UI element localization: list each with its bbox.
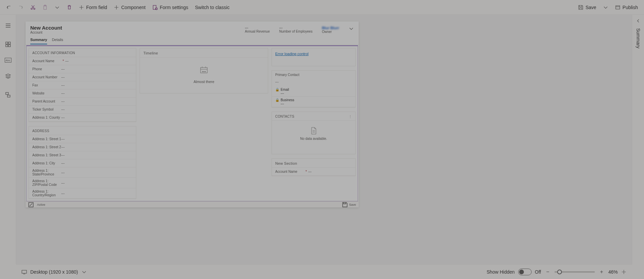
business-label: Business (281, 98, 294, 102)
field-value[interactable]: --- (61, 171, 65, 174)
address-field[interactable]: Address 1: City--- (29, 159, 136, 167)
primary-contact-value[interactable]: --- (272, 79, 355, 86)
form-preview[interactable]: New Account Account --- Annual Revenue -… (26, 22, 359, 207)
contacts-menu-icon[interactable]: ⋮ (349, 115, 352, 118)
chevron-down-icon (55, 5, 60, 10)
paste-button[interactable] (39, 1, 51, 13)
field-value[interactable]: --- (61, 99, 65, 103)
address-field[interactable]: Address 1: State/Province--- (29, 167, 136, 178)
form-settings-button[interactable]: Form settings (149, 1, 192, 13)
section-primary-contact[interactable]: Primary Contact --- 🔒Email --- 🔒Business… (272, 70, 356, 108)
design-canvas[interactable]: New Account Account --- Annual Revenue -… (16, 15, 632, 264)
right-panel-collapsed: Summary (632, 15, 644, 264)
command-bar-left: Form field Component Form settings Switc… (3, 1, 233, 13)
account-info-field[interactable]: Parent Account--- (29, 97, 136, 106)
error-loading-link[interactable]: Error loading control (272, 48, 355, 59)
add-form-field-button[interactable]: Form field (75, 1, 110, 13)
form-field-label: Form field (86, 5, 107, 10)
svg-rect-18 (22, 270, 27, 273)
device-label[interactable]: Desktop (1920 x 1080) (30, 269, 78, 275)
form-settings-label: Form settings (160, 5, 188, 10)
field-value[interactable]: --- (61, 137, 65, 141)
field-value[interactable]: --- (61, 153, 65, 157)
cut-button[interactable] (27, 1, 39, 13)
section-contacts[interactable]: CONTACTS ⋮ No data available. (272, 112, 356, 154)
lock-icon: 🔒 (275, 88, 279, 91)
save-button[interactable]: Save (575, 1, 600, 13)
zoom-out-button[interactable]: − (544, 269, 551, 275)
account-info-field[interactable]: Address 1: County--- (29, 114, 136, 122)
form-header: New Account Account --- Annual Revenue -… (26, 22, 359, 36)
field-value[interactable]: --- (61, 116, 65, 119)
error-panel[interactable]: Error loading control (272, 48, 356, 66)
field-label: Website (32, 91, 61, 95)
field-value[interactable]: --- (65, 59, 69, 63)
field-value[interactable]: --- (61, 83, 65, 87)
chevron-down-icon[interactable] (81, 269, 87, 275)
publish-label: Publish (622, 5, 638, 10)
publish-button[interactable]: Publish (612, 1, 641, 13)
fit-to-screen-button[interactable] (621, 269, 627, 275)
address-field[interactable]: Address 1: Street 2--- (29, 143, 136, 151)
tree-view-button[interactable] (3, 89, 13, 100)
tab-summary[interactable]: Summary (30, 36, 47, 44)
redo-icon (18, 5, 24, 10)
field-value[interactable]: --- (61, 108, 65, 111)
svg-rect-11 (6, 92, 8, 94)
field-value[interactable]: --- (61, 75, 65, 79)
expand-panel-button[interactable] (632, 15, 644, 27)
delete-button[interactable] (63, 1, 75, 13)
account-info-field[interactable]: Website--- (29, 89, 136, 97)
address-field[interactable]: Address 1: Country/Region--- (29, 188, 136, 199)
form-settings-icon (152, 5, 158, 10)
field-value[interactable]: --- (308, 170, 312, 173)
paste-dropdown[interactable] (51, 1, 63, 13)
header-stat-owner[interactable]: Blur Blurr Owner (322, 26, 339, 34)
account-info-field[interactable]: Ticker Symbol--- (29, 106, 136, 114)
layers-button[interactable] (3, 71, 13, 81)
account-info-field[interactable]: Account Number--- (29, 73, 136, 81)
account-info-field[interactable]: Fax--- (29, 81, 136, 89)
add-component-button[interactable]: Component (110, 1, 149, 13)
field-value[interactable]: --- (61, 91, 65, 95)
field-value[interactable]: --- (61, 181, 65, 185)
components-button[interactable] (3, 39, 13, 50)
header-stat-annual-revenue[interactable]: --- Annual Revenue (245, 26, 270, 33)
form-footer-save[interactable]: Save (349, 203, 356, 206)
business-value: --- (275, 102, 284, 106)
account-info-field[interactable]: Phone--- (29, 65, 136, 73)
address-field[interactable]: Address 1: Street 3--- (29, 151, 136, 159)
svg-rect-2 (44, 6, 46, 9)
address-field[interactable]: Address 1: ZIP/Postal Code--- (29, 178, 136, 188)
switch-classic-button[interactable]: Switch to classic (191, 1, 233, 13)
section-new-section[interactable]: New Section Account Name * --- (272, 158, 356, 176)
field-value[interactable]: --- (61, 67, 65, 71)
no-data-text: No data available. (300, 137, 327, 141)
zoom-slider[interactable] (554, 271, 595, 273)
field-value[interactable]: --- (61, 145, 65, 149)
address-field[interactable]: Address 1: Street 1--- (29, 135, 136, 143)
form-title: New Account (30, 25, 245, 31)
section-timeline[interactable]: Timeline Almost there (140, 48, 268, 93)
tab-details[interactable]: Details (52, 36, 63, 44)
svg-point-16 (205, 71, 206, 72)
section-address[interactable]: ADDRESS Address 1: Street 1---Address 1:… (29, 126, 136, 199)
account-info-field[interactable]: Account Name*--- (29, 57, 136, 65)
section-account-information[interactable]: ACCOUNT INFORMATION Account Name*---Phon… (29, 48, 136, 122)
form-body-selected[interactable]: ACCOUNT INFORMATION Account Name*---Phon… (26, 45, 358, 201)
hamburger-button[interactable] (3, 20, 13, 31)
redo-button[interactable] (15, 1, 27, 13)
undo-button[interactable] (3, 1, 15, 13)
field-value[interactable]: --- (61, 161, 65, 165)
new-section-title: New Section (272, 159, 355, 168)
svg-point-19 (623, 271, 624, 272)
header-stat-employees[interactable]: --- Number of Employees (279, 26, 313, 33)
chevron-down-icon[interactable] (349, 26, 354, 31)
field-value[interactable]: --- (61, 192, 65, 195)
lock-icon: 🔒 (275, 98, 279, 102)
save-dropdown[interactable] (600, 1, 612, 13)
form-footer: Active Save (26, 201, 359, 207)
zoom-in-button[interactable]: + (598, 269, 605, 275)
fields-button[interactable]: Abc (5, 58, 11, 63)
show-hidden-toggle[interactable] (518, 269, 532, 275)
